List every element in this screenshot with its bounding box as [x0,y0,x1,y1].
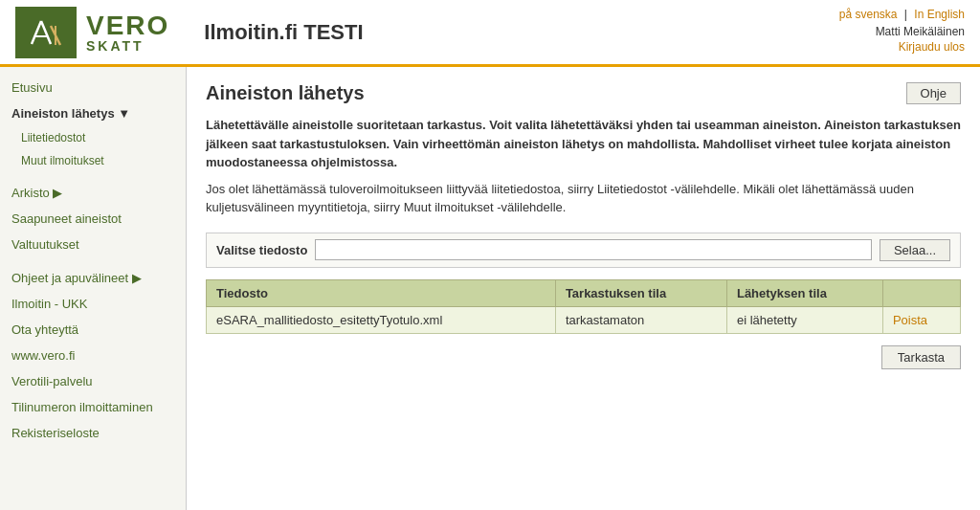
browse-button[interactable]: Selaa... [880,239,950,261]
site-title: Ilmoitin.fi TESTI [204,20,363,45]
cell-filename: eSARA_mallitiedosto_esitettyTyotulo.xml [207,306,556,333]
col-header-send-status: Lähetyksen tila [726,279,882,306]
logo-box [15,7,77,58]
logout-link[interactable]: Kirjaudu ulos [839,40,965,54]
intro-bold-text: Lähetettävälle aineistolle suoritetaan t… [206,116,961,172]
file-select-row: Valitse tiedosto Selaa... [206,233,961,268]
sidebar-item-saapuneet-aineistot[interactable]: Saapuneet aineistot [0,206,186,232]
col-header-check-status: Tarkastuksen tila [555,279,726,306]
table-row: eSARA_mallitiedosto_esitettyTyotulo.xml … [207,306,961,333]
file-path-input[interactable] [315,239,872,260]
cell-action: Poista [882,306,960,333]
check-button[interactable]: Tarkasta [881,345,961,369]
vero-logo-svg [22,11,70,54]
content-area: Aineiston lähetys Ohje Lähetettävälle ai… [187,67,980,510]
page-header: VERO SKATT Ilmoitin.fi TESTI på svenska … [0,0,980,67]
content-header: Aineiston lähetys Ohje [206,82,961,104]
delete-link[interactable]: Poista [893,313,927,327]
sidebar-item-rekisteriseloste[interactable]: Rekisteriseloste [0,420,186,446]
file-table: Tiedosto Tarkastuksen tila Lähetyksen ti… [206,279,961,334]
sidebar-item-ilmoitin-ukk[interactable]: Ilmoitin - UKK [0,291,186,317]
table-header-row: Tiedosto Tarkastuksen tila Lähetyksen ti… [207,279,961,306]
user-name: Matti Meikäläinen [839,25,965,38]
check-row: Tarkasta [206,345,961,369]
sidebar-item-tilinumeron-ilmoittaminen[interactable]: Tilinumeron ilmoittaminen [0,394,186,420]
logo-text: VERO SKATT [86,12,169,53]
logo-area: VERO SKATT [0,0,185,66]
main-layout: Etusivu Aineiston lähetys ▼ Liitetiedost… [0,67,980,510]
col-header-action [882,279,960,306]
sidebar-item-etusivu[interactable]: Etusivu [0,75,186,100]
sidebar: Etusivu Aineiston lähetys ▼ Liitetiedost… [0,67,187,510]
sidebar-item-arkisto[interactable]: Arkisto ▶ [0,180,186,206]
sidebar-item-liitetiedostot[interactable]: Liitetiedostot [0,126,186,149]
sidebar-item-verotili-palvelu[interactable]: Verotili-palvelu [0,368,186,394]
sidebar-item-ota-yhteytta[interactable]: Ota yhteyttä [0,317,186,343]
sidebar-item-ohjeet-apuvalineet[interactable]: Ohjeet ja apuvälineet ▶ [0,265,186,291]
lang-separator: | [904,8,910,21]
language-links: på svenska | In English [839,8,965,21]
page-title: Aineiston lähetys [206,82,365,104]
sidebar-item-valtuutukset[interactable]: Valtuutukset [0,232,186,257]
lang-en-link[interactable]: In English [914,8,965,21]
logo-vero: VERO [86,12,169,39]
logo-skatt: SKATT [86,39,169,53]
sidebar-item-aineiston-lahetys[interactable]: Aineiston lähetys ▼ [0,100,186,126]
intro-normal-text: Jos olet lähettämässä tuloveroilmoitukse… [206,180,961,217]
header-right: på svenska | In English Matti Meikäläine… [839,8,965,54]
sidebar-item-www-vero[interactable]: www.vero.fi [0,343,186,368]
help-button[interactable]: Ohje [906,82,961,104]
cell-check-status: tarkastamaton [555,306,726,333]
lang-sv-link[interactable]: på svenska [839,8,898,21]
sidebar-item-muut-ilmoitukset[interactable]: Muut ilmoitukset [0,149,186,172]
cell-send-status: ei lähetetty [726,306,882,333]
col-header-filename: Tiedosto [207,279,556,306]
file-table-body: eSARA_mallitiedosto_esitettyTyotulo.xml … [207,306,961,333]
file-select-label: Valitse tiedosto [216,243,307,257]
